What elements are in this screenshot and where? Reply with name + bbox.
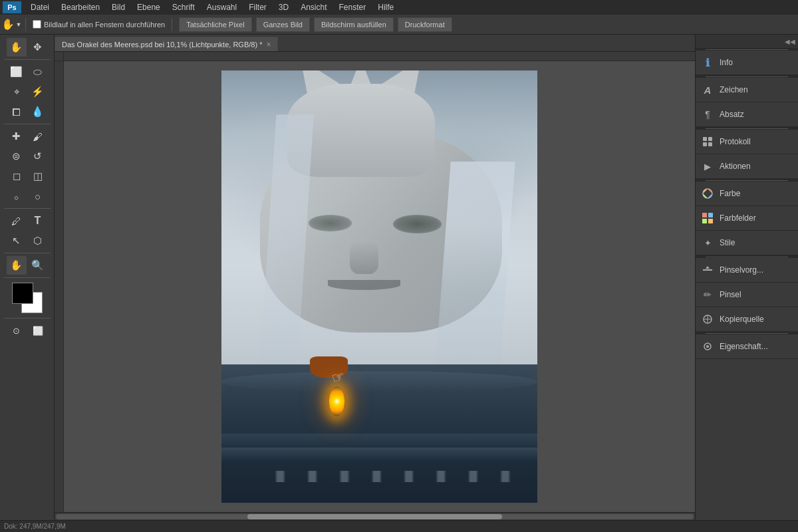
path-selection-tool[interactable]: ↖: [7, 231, 27, 250]
menu-bearbeiten[interactable]: Bearbeiten: [56, 1, 105, 13]
svg-rect-9: [708, 219, 713, 223]
screen-mode-tool[interactable]: ⬜: [28, 321, 48, 340]
marquee-rect-tool[interactable]: ⬜: [7, 63, 27, 81]
hand-tool-options[interactable]: ✋▼: [4, 17, 19, 32]
pinselvorg-label: Pinselvorg...: [720, 265, 763, 275]
canvas-with-ruler: ☞: [55, 61, 695, 512]
face-nose: [350, 241, 379, 274]
horizontal-scrollbar[interactable]: [55, 512, 695, 520]
btn-bildschirm-ausfuellen[interactable]: Bildschirm ausfüllen: [314, 17, 394, 32]
panel-item-eigenschaft[interactable]: Eigenschaft...: [696, 334, 798, 359]
stile-label: Stile: [720, 238, 735, 247]
aktionen-label: Aktionen: [720, 162, 751, 171]
scrollbar-thumb-h[interactable]: [247, 514, 503, 519]
menu-auswahl[interactable]: Auswahl: [201, 1, 242, 13]
zoom-tool[interactable]: 🔍: [28, 256, 48, 275]
face-mouth: [328, 280, 400, 290]
info-icon: ℹ: [701, 56, 714, 69]
svg-rect-2: [708, 137, 712, 141]
clone-stamp-tool[interactable]: ⊜: [7, 147, 27, 166]
svg-rect-1: [703, 137, 707, 141]
bildlauf-label: Bildlauf in allen Fenstern durchführen: [44, 21, 165, 29]
quick-mask-tool[interactable]: ⊙: [7, 321, 27, 340]
panel-item-absatz[interactable]: ¶ Absatz: [696, 102, 798, 127]
panel-item-pinselvorg[interactable]: Pinselvorg...: [696, 258, 798, 283]
farbfelder-icon: [701, 211, 714, 225]
svg-rect-4: [708, 142, 712, 146]
panel-item-farbe[interactable]: Farbe: [696, 182, 798, 206]
panel-item-kopierquelle[interactable]: Kopierquelle: [696, 307, 798, 332]
canvas-scroll[interactable]: ☞: [64, 61, 695, 512]
menu-bild[interactable]: Bild: [106, 1, 130, 13]
menu-schrift[interactable]: Schrift: [167, 1, 200, 13]
kopierquelle-label: Kopierquelle: [720, 315, 764, 324]
bildlauf-checkbox[interactable]: [33, 20, 41, 29]
menu-hilfe[interactable]: Hilfe: [372, 1, 399, 13]
panel-item-aktionen[interactable]: ▶ Aktionen: [696, 154, 798, 179]
glow-orb: [329, 386, 345, 417]
panel-expand-arrow[interactable]: ◀◀: [785, 38, 795, 45]
checkbox-bildlauf[interactable]: Bildlauf in allen Fenstern durchführen: [33, 20, 165, 29]
wave1: [221, 371, 537, 392]
tab-close-btn[interactable]: ×: [266, 40, 271, 49]
panel-item-farbfelder[interactable]: Farbfelder: [696, 206, 798, 231]
scrollbar-track-h[interactable]: [56, 514, 694, 519]
menu-filter[interactable]: Filter: [243, 1, 272, 13]
crop-tool[interactable]: ⧠: [7, 102, 27, 121]
eyedropper-tool[interactable]: 💧: [28, 102, 48, 121]
shape-tool[interactable]: ⬡: [28, 231, 48, 250]
eraser-tool[interactable]: ◻: [7, 167, 27, 186]
gradient-tool[interactable]: ◫: [28, 167, 48, 186]
history-brush-tool[interactable]: ↺: [28, 147, 48, 166]
btn-ganzes-bild[interactable]: Ganzes Bild: [256, 17, 310, 32]
menu-ansicht[interactable]: Ansicht: [295, 1, 332, 13]
ruler-svg: [64, 52, 695, 59]
blur-tool[interactable]: ⬦: [7, 187, 27, 205]
protokoll-label: Protokoll: [720, 137, 751, 146]
ps-logo: Ps: [3, 1, 21, 13]
pen-tool[interactable]: 🖊: [7, 211, 27, 230]
lasso-tool[interactable]: ⌖: [7, 82, 27, 101]
text-tool[interactable]: T: [28, 211, 48, 230]
menu-ebene[interactable]: Ebene: [132, 1, 166, 13]
wave3: [221, 434, 537, 450]
document-tab[interactable]: Das Orakel des Meeres.psd bei 10,1% (Lic…: [55, 37, 278, 51]
btn-tatsaechliche-pixel[interactable]: Tatsächliche Pixel: [179, 17, 251, 32]
svg-point-16: [706, 345, 709, 348]
artwork[interactable]: ☞: [221, 70, 537, 503]
aktionen-icon: ▶: [701, 160, 714, 173]
menu-datei[interactable]: Datei: [25, 1, 55, 13]
brush-tool[interactable]: 🖌: [28, 127, 48, 146]
panel-item-pinsel[interactable]: ✏ Pinsel: [696, 283, 798, 307]
face-eye-right: [393, 215, 442, 233]
pinsel-icon: ✏: [701, 288, 714, 301]
spot-heal-tool[interactable]: ✚: [7, 127, 27, 146]
color-swatches[interactable]: [12, 283, 43, 313]
menu-3d[interactable]: 3D: [273, 1, 294, 13]
svg-marker-11: [706, 266, 710, 269]
panel-item-info[interactable]: ℹ Info: [696, 51, 798, 75]
zeichen-icon: A: [701, 83, 714, 96]
menu-items: Datei Bearbeiten Bild Ebene Schrift Ausw…: [25, 1, 399, 13]
right-panel: ◀◀ ℹ Info A Zeichen ¶ Absatz Protokoll ▶…: [695, 35, 798, 520]
dodge-tool[interactable]: ○: [28, 187, 48, 205]
hand-tool[interactable]: ✋: [7, 38, 27, 57]
ocean: [221, 364, 537, 503]
foreground-color[interactable]: [12, 283, 33, 304]
boat: [310, 343, 348, 378]
marquee-ellipse-tool[interactable]: ⬭: [28, 63, 48, 81]
btn-druckformat[interactable]: Druckformat: [398, 17, 452, 32]
tab-title: Das Orakel des Meeres.psd bei 10,1% (Lic…: [62, 41, 262, 49]
info-label: Info: [720, 58, 733, 67]
quick-selection-tool[interactable]: ⚡: [28, 82, 48, 101]
panel-item-stile[interactable]: ✦ Stile: [696, 231, 798, 255]
stile-icon: ✦: [701, 236, 714, 249]
panel-item-zeichen[interactable]: A Zeichen: [696, 78, 798, 102]
panel-item-protokoll[interactable]: Protokoll: [696, 130, 798, 154]
menu-fenster[interactable]: Fenster: [334, 1, 372, 13]
absatz-icon: ¶: [701, 108, 714, 121]
status-bar: Dok: 247,9M/247,9M: [0, 520, 798, 532]
move-tool[interactable]: ✥: [28, 38, 48, 57]
svg-rect-8: [702, 219, 707, 223]
hand-tool-2[interactable]: ✋: [7, 256, 27, 275]
